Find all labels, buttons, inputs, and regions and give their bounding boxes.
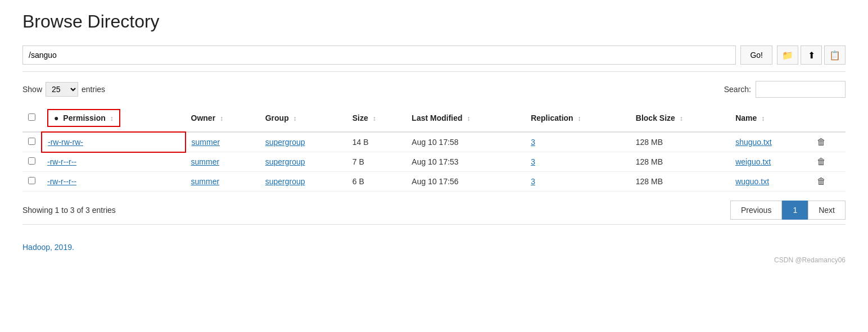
header-group: Group ↕	[260, 104, 347, 132]
page-1-button[interactable]: 1	[782, 201, 808, 220]
pagination: Previous 1 Next	[730, 201, 846, 220]
group-link-2[interactable]: supergroup	[265, 177, 305, 186]
footer-bar: Showing 1 to 3 of 3 entries Previous 1 N…	[22, 201, 846, 225]
sort-arrows-owner[interactable]: ↕	[220, 115, 223, 122]
table-row: -rw-rw-rw- summer supergroup 14 B Aug 10…	[22, 132, 846, 152]
sort-arrows-replication[interactable]: ↕	[578, 115, 581, 122]
row-name-0: shuguo.txt	[730, 132, 811, 152]
row-size-0: 14 B	[347, 132, 406, 152]
sort-arrows-permission[interactable]: ↕	[110, 115, 114, 122]
table-body: -rw-rw-rw- summer supergroup 14 B Aug 10…	[22, 132, 846, 192]
permission-link-1[interactable]: -rw-r--r--	[47, 157, 76, 166]
search-bar: Search:	[724, 81, 846, 98]
row-replication-1: 3	[525, 152, 630, 172]
row-group-1: supergroup	[260, 152, 347, 172]
header-replication: Replication ↕	[525, 104, 630, 132]
show-label: Show	[22, 85, 42, 94]
footer: Hadoop, 2019. CSDN @Redamancy06	[22, 238, 846, 264]
select-all-checkbox[interactable]	[28, 113, 35, 121]
replication-link-1[interactable]: 3	[531, 157, 535, 166]
row-block-size-0: 128 MB	[630, 132, 730, 152]
owner-link-2[interactable]: summer	[191, 177, 220, 186]
toolbar-icons: 📁 ⬆ 📋	[777, 46, 846, 65]
search-input[interactable]	[756, 81, 846, 98]
row-checkbox-1[interactable]	[28, 157, 35, 165]
permission-link-2[interactable]: -rw-r--r--	[47, 177, 76, 186]
upload-icon: ⬆	[808, 50, 815, 61]
row-delete-2: 🗑	[811, 172, 846, 192]
sort-arrows-group[interactable]: ↕	[293, 115, 297, 122]
row-group-2: supergroup	[260, 172, 347, 192]
sort-arrows-last-modified[interactable]: ↕	[467, 115, 470, 122]
row-owner-0: summer	[186, 132, 260, 152]
header-last-modified: Last Modified ↕	[406, 104, 525, 132]
header-name: Name ↕	[730, 104, 811, 132]
row-group-0: supergroup	[260, 132, 347, 152]
group-link-1[interactable]: supergroup	[265, 157, 305, 166]
row-block-size-2: 128 MB	[630, 172, 730, 192]
sort-arrows-size[interactable]: ↕	[373, 115, 376, 122]
search-label: Search:	[724, 85, 751, 94]
folder-icon: 📁	[782, 50, 793, 61]
path-bar: Go! 📁 ⬆ 📋	[22, 46, 846, 72]
row-checkbox-cell	[22, 172, 42, 192]
header-checkbox-col	[22, 104, 42, 132]
name-link-1[interactable]: weiguo.txt	[735, 157, 771, 166]
list-icon-button[interactable]: 📋	[824, 46, 846, 65]
go-button[interactable]: Go!	[740, 46, 772, 65]
delete-icon-1[interactable]: 🗑	[817, 157, 826, 166]
replication-link-2[interactable]: 3	[531, 177, 535, 186]
sort-arrows-block-size[interactable]: ↕	[680, 115, 683, 122]
header-permission: ● Permission ↕	[42, 104, 186, 132]
page-title: Browse Directory	[22, 11, 846, 32]
controls-bar: Show 10 25 50 100 entries Search:	[22, 81, 846, 98]
name-link-2[interactable]: wuguo.txt	[735, 177, 769, 186]
entries-info: Showing 1 to 3 of 3 entries	[22, 206, 116, 215]
row-replication-0: 3	[525, 132, 630, 152]
row-permission-1: -rw-r--r--	[42, 152, 186, 172]
row-last-modified-0: Aug 10 17:58	[406, 132, 525, 152]
row-name-1: weiguo.txt	[730, 152, 811, 172]
header-block-size: Block Size ↕	[630, 104, 730, 132]
show-entries: Show 10 25 50 100 entries	[22, 82, 105, 97]
name-link-0[interactable]: shuguo.txt	[735, 138, 772, 147]
owner-link-1[interactable]: summer	[191, 157, 220, 166]
row-owner-1: summer	[186, 152, 260, 172]
owner-link-0[interactable]: summer	[192, 138, 220, 147]
table-row: -rw-r--r-- summer supergroup 6 B Aug 10 …	[22, 172, 846, 192]
upload-icon-button[interactable]: ⬆	[801, 46, 822, 65]
row-replication-2: 3	[525, 172, 630, 192]
previous-button[interactable]: Previous	[730, 201, 782, 220]
row-permission-0: -rw-rw-rw-	[42, 132, 186, 152]
path-input[interactable]	[22, 46, 736, 65]
col-permission-label[interactable]: Permission	[63, 113, 105, 122]
delete-icon-2[interactable]: 🗑	[817, 176, 826, 186]
row-owner-2: summer	[186, 172, 260, 192]
entries-label: entries	[82, 85, 105, 94]
header-owner: Owner ↕	[186, 104, 260, 132]
list-icon: 📋	[829, 50, 840, 61]
table-header-row: ● Permission ↕ Owner ↕ Group ↕ Size ↕	[22, 104, 846, 132]
next-button[interactable]: Next	[808, 201, 846, 220]
permission-link-0[interactable]: -rw-rw-rw-	[48, 138, 83, 147]
row-last-modified-1: Aug 10 17:53	[406, 152, 525, 172]
entries-select[interactable]: 10 25 50 100	[46, 82, 78, 97]
header-size: Size ↕	[347, 104, 406, 132]
replication-link-0[interactable]: 3	[531, 138, 535, 147]
row-delete-1: 🗑	[811, 152, 846, 172]
table-row: -rw-r--r-- summer supergroup 7 B Aug 10 …	[22, 152, 846, 172]
row-checkbox-2[interactable]	[28, 177, 35, 184]
row-delete-0: 🗑	[811, 132, 846, 152]
watermark: CSDN @Redamancy06	[22, 256, 846, 264]
row-checkbox-0[interactable]	[28, 138, 35, 145]
row-name-2: wuguo.txt	[730, 172, 811, 192]
sort-icon-permission: ●	[54, 113, 58, 122]
folder-icon-button[interactable]: 📁	[777, 46, 798, 65]
row-size-1: 7 B	[347, 152, 406, 172]
group-link-0[interactable]: supergroup	[265, 138, 305, 147]
row-permission-2: -rw-r--r--	[42, 172, 186, 192]
row-size-2: 6 B	[347, 172, 406, 192]
footer-link[interactable]: Hadoop, 2019.	[22, 243, 74, 252]
delete-icon-0[interactable]: 🗑	[817, 137, 826, 147]
sort-arrows-name[interactable]: ↕	[761, 115, 765, 122]
